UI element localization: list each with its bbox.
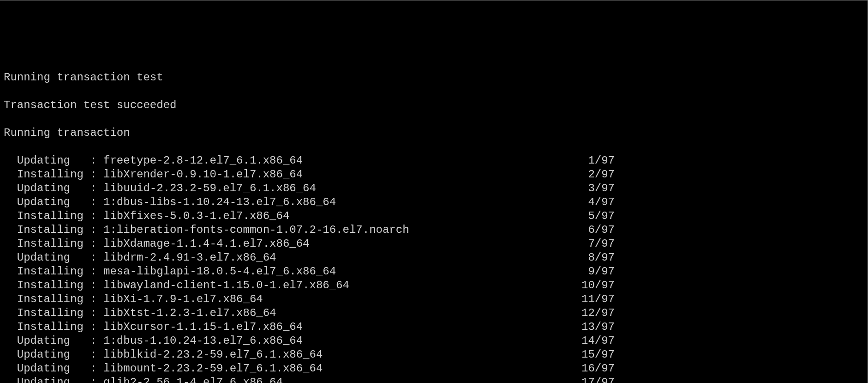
package-row: Installing : 1:liberation-fonts-common-1…	[4, 223, 864, 237]
package-list: Updating : freetype-2.8-12.el7_6.1.x86_6…	[4, 154, 864, 383]
package-row: Updating : 1:dbus-libs-1.10.24-13.el7_6.…	[4, 195, 864, 209]
package-counter: 7/97	[581, 237, 615, 251]
package-row: Installing : libXdamage-1.1.4-4.1.el7.x8…	[4, 237, 864, 251]
package-counter: 11/97	[581, 292, 615, 306]
package-action-name: Installing : libXi-1.7.9-1.el7.x86_64	[4, 292, 263, 306]
package-action-name: Updating : freetype-2.8-12.el7_6.1.x86_6…	[4, 154, 303, 168]
package-action-name: Updating : glib2-2.56.1-4.el7_6.x86_64	[4, 376, 283, 383]
header-line-3: Running transaction	[4, 126, 864, 140]
package-row: Updating : glib2-2.56.1-4.el7_6.x86_6417…	[4, 376, 864, 383]
package-action-name: Installing : mesa-libglapi-18.0.5-4.el7_…	[4, 265, 336, 279]
package-row: Installing : libXfixes-5.0.3-1.el7.x86_6…	[4, 209, 864, 223]
package-row: Updating : libdrm-2.4.91-3.el7.x86_64 8/…	[4, 251, 864, 265]
package-counter: 8/97	[581, 251, 615, 265]
package-counter: 16/97	[581, 362, 615, 376]
package-action-name: Installing : libXfixes-5.0.3-1.el7.x86_6…	[4, 209, 289, 223]
package-counter: 14/97	[581, 334, 615, 348]
package-action-name: Installing : libXdamage-1.1.4-4.1.el7.x8…	[4, 237, 310, 251]
package-row: Updating : freetype-2.8-12.el7_6.1.x86_6…	[4, 154, 864, 168]
package-counter: 15/97	[581, 348, 615, 362]
package-counter: 6/97	[581, 223, 615, 237]
package-row: Updating : 1:dbus-1.10.24-13.el7_6.x86_6…	[4, 334, 864, 348]
package-action-name: Installing : libXrender-0.9.10-1.el7.x86…	[4, 168, 303, 182]
package-row: Updating : libuuid-2.23.2-59.el7_6.1.x86…	[4, 182, 864, 195]
package-row: Installing : libXcursor-1.1.15-1.el7.x86…	[4, 320, 864, 334]
terminal-output: Running transaction test Transaction tes…	[4, 57, 864, 383]
package-counter: 13/97	[581, 320, 615, 334]
package-action-name: Updating : libblkid-2.23.2-59.el7_6.1.x8…	[4, 348, 323, 362]
package-action-name: Updating : libmount-2.23.2-59.el7_6.1.x8…	[4, 362, 323, 376]
package-row: Installing : mesa-libglapi-18.0.5-4.el7_…	[4, 265, 864, 279]
package-row: Installing : libXrender-0.9.10-1.el7.x86…	[4, 168, 864, 182]
package-row: Installing : libXtst-1.2.3-1.el7.x86_641…	[4, 306, 864, 320]
package-counter: 5/97	[581, 209, 615, 223]
package-counter: 9/97	[581, 265, 615, 279]
package-row: Installing : libXi-1.7.9-1.el7.x86_6411/…	[4, 292, 864, 306]
package-action-name: Updating : libdrm-2.4.91-3.el7.x86_64	[4, 251, 276, 265]
package-row: Installing : libwayland-client-1.15.0-1.…	[4, 279, 864, 292]
package-counter: 3/97	[581, 182, 615, 195]
package-action-name: Installing : libXcursor-1.1.15-1.el7.x86…	[4, 320, 303, 334]
package-counter: 4/97	[581, 195, 615, 209]
package-counter: 1/97	[581, 154, 615, 168]
package-action-name: Updating : libuuid-2.23.2-59.el7_6.1.x86…	[4, 182, 316, 195]
package-action-name: Updating : 1:dbus-libs-1.10.24-13.el7_6.…	[4, 195, 336, 209]
package-counter: 2/97	[581, 168, 615, 182]
package-row: Updating : libblkid-2.23.2-59.el7_6.1.x8…	[4, 348, 864, 362]
package-action-name: Installing : 1:liberation-fonts-common-1…	[4, 223, 409, 237]
package-counter: 10/97	[581, 279, 615, 292]
package-counter: 17/97	[581, 376, 615, 383]
package-action-name: Installing : libXtst-1.2.3-1.el7.x86_64	[4, 306, 276, 320]
package-action-name: Installing : libwayland-client-1.15.0-1.…	[4, 279, 349, 292]
header-line-2: Transaction test succeeded	[4, 98, 864, 112]
package-counter: 12/97	[581, 306, 615, 320]
package-action-name: Updating : 1:dbus-1.10.24-13.el7_6.x86_6…	[4, 334, 303, 348]
package-row: Updating : libmount-2.23.2-59.el7_6.1.x8…	[4, 362, 864, 376]
header-line-1: Running transaction test	[4, 71, 864, 85]
